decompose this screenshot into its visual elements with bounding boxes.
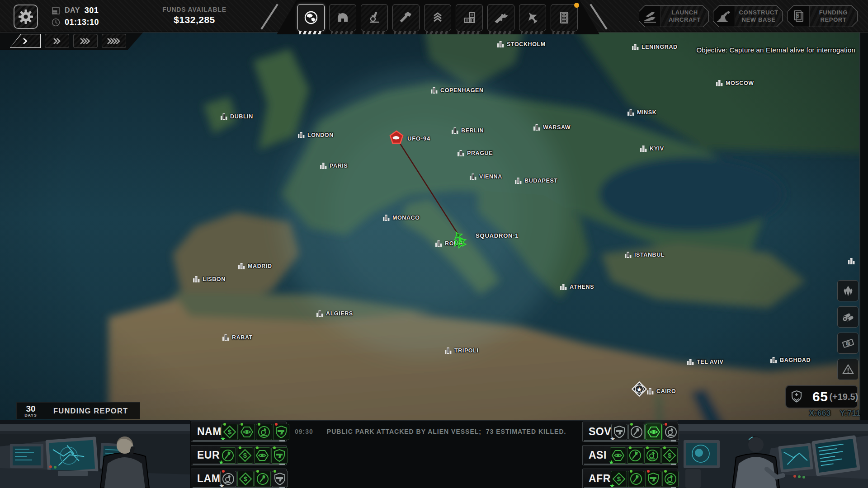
city-dublin: DUBLIN (221, 113, 253, 120)
relation-gun-tile: ★ (611, 424, 627, 440)
chevron-icon (45, 34, 69, 47)
funds-resource-button[interactable]: $ (837, 333, 859, 354)
city-lisbon: LISBON (193, 276, 226, 282)
label-line: FUNDING (819, 9, 848, 16)
cabinet-icon (557, 10, 572, 25)
squadron-marker[interactable]: SQUADRON-1 (451, 230, 519, 252)
city-icon (497, 41, 505, 47)
label-line: LAUNCH (671, 9, 698, 16)
region-code: LAM (191, 473, 220, 485)
time-speed-3-button[interactable] (73, 34, 98, 48)
hazard-stripe (299, 31, 323, 35)
nav-engineering-button[interactable] (392, 4, 420, 31)
crystal-icon (842, 285, 854, 297)
city-paris: PARIS (320, 163, 348, 169)
nav-archive-button[interactable] (551, 4, 578, 31)
squadron-label: SQUADRON-1 (476, 232, 519, 239)
funding-report-button[interactable]: $FUNDINGREPORT (788, 5, 858, 27)
nav-personnel-button[interactable] (424, 4, 451, 31)
warning-icon (842, 363, 854, 376)
status-dot-red (222, 470, 225, 473)
city-cairo: CAIRO (647, 388, 676, 394)
city-label: CAIRO (656, 388, 676, 394)
status-dot-red (665, 423, 667, 426)
relation-tiles: ★$ (220, 471, 288, 487)
svg-text:$: $ (796, 13, 799, 19)
nav-stores-button[interactable] (456, 4, 483, 31)
status-dot-green (630, 423, 633, 426)
day-value: 301 (85, 6, 99, 15)
construct-new-base-button[interactable]: CONSTRUCTNEW BASE (713, 5, 783, 27)
hazard-stripe (363, 31, 386, 35)
time-speed-2-button[interactable] (45, 34, 69, 48)
day-time-block: DAY 301 01:13:10 (52, 5, 99, 28)
status-dot-green (273, 446, 276, 449)
chevron-icon (74, 34, 97, 47)
city-icon (193, 276, 200, 282)
city-label: VIENNA (479, 174, 502, 180)
status-dot-red (275, 423, 278, 426)
base-marker[interactable]: ★ (631, 380, 648, 399)
city-icon (647, 388, 654, 394)
city-prague: PRAGUE (458, 150, 493, 156)
ticker-time: 09:30 (295, 428, 313, 435)
wrench-icon (398, 10, 414, 25)
status-dot-green (664, 470, 667, 473)
city-icon (320, 163, 327, 169)
chevron-icon (10, 34, 40, 47)
relation-eye-tile (239, 424, 255, 440)
city-budapest: BUDAPEST (515, 178, 558, 184)
city-label: BUDAPEST (524, 178, 558, 184)
city-icon (221, 113, 228, 120)
screen-bezel-right (859, 30, 868, 421)
funding-report-bar[interactable]: 30 DAYS FUNDING REPORT (16, 402, 140, 419)
settings-button[interactable] (14, 5, 38, 29)
city-label: ALGIERS (326, 310, 353, 317)
nav-geoscape-button[interactable] (297, 4, 325, 31)
nav-research-button[interactable] (361, 4, 388, 31)
hazard-stripe (394, 31, 418, 35)
ufo-marker[interactable]: UFO-94 (389, 130, 430, 146)
region-progress-bar (193, 464, 285, 465)
nav-base-button[interactable] (329, 4, 356, 31)
city-icon (435, 240, 443, 247)
days-value: 30 (17, 404, 45, 413)
main-nav-panel (277, 0, 599, 34)
nav-aircraft-button[interactable] (519, 4, 546, 31)
nav-armory-button[interactable] (487, 4, 514, 31)
status-dot-green (274, 470, 276, 473)
city-berlin: BERLIN (452, 127, 484, 134)
news-ticker: 09:30 PUBLIC PARK ATTACKED BY ALIEN VESS… (295, 428, 566, 435)
clock-icon (52, 18, 60, 27)
relation-dollar-tile: $★ (611, 471, 627, 487)
launch-aircraft-button[interactable]: LAUNCHAIRCRAFT (639, 5, 709, 27)
relation-eye-tile (646, 424, 662, 440)
city-icon (687, 359, 694, 365)
svg-text:$: $ (243, 451, 247, 459)
hazard-stripe (426, 31, 449, 35)
relation-tiles: $★ (611, 471, 679, 487)
score-delta: (+19.5) (829, 392, 858, 402)
crates-icon (462, 10, 477, 25)
city-label: MOSCOW (726, 80, 754, 86)
funds-label: FUNDS AVAILABLE (149, 6, 240, 13)
alerts-button[interactable] (837, 359, 859, 380)
relation-gun-tile (273, 424, 289, 440)
alenium-resource-button[interactable] (837, 280, 859, 301)
squadron-jets-icon (451, 230, 472, 252)
city-algiers: ALGIERS (316, 310, 353, 317)
relation-microscope-tile (644, 447, 660, 464)
relation-wrench-tile (628, 424, 645, 440)
city-icon (316, 310, 324, 317)
city-icon (431, 87, 438, 94)
divider (45, 403, 45, 419)
city-tripoli: TRIPOLI (445, 347, 479, 354)
alloys-resource-button[interactable] (837, 306, 859, 328)
relation-microscope-tile (256, 424, 272, 440)
time-speed-4-button[interactable] (102, 34, 126, 48)
city-label: PRAGUE (467, 150, 493, 156)
time-speed-1-button[interactable] (10, 34, 41, 48)
city-icon (627, 109, 635, 116)
ticker-message: PUBLIC PARK ATTACKED BY ALIEN VESSEL; 73… (327, 428, 566, 435)
coord-x: X:663 (809, 409, 831, 418)
